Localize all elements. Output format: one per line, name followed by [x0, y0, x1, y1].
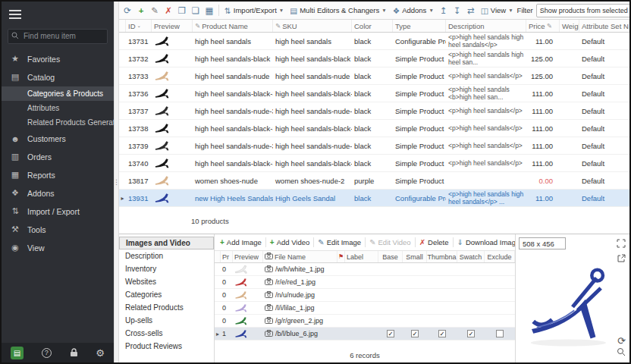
- product-row[interactable]: 13732high heel sandals-blackhigh heel sa…: [119, 50, 629, 67]
- image-row[interactable]: 0/g/r/green_2.jpg: [215, 315, 515, 328]
- product-row[interactable]: ▸13931new High Heels SandalsHigh Geels S…: [119, 190, 629, 207]
- images-column-swatch[interactable]: Swatch: [457, 251, 485, 262]
- images-column-small[interactable]: Small: [403, 251, 427, 262]
- base-checkbox[interactable]: ✓: [387, 330, 394, 337]
- product-row[interactable]: 13733high heel sandals-nudehigh heel san…: [119, 67, 629, 85]
- view-button[interactable]: ◫View▼: [479, 5, 516, 17]
- sidebar-item-import-export[interactable]: ⇅Import / Export: [2, 202, 114, 221]
- image-row[interactable]: 0/l/i/lilac_1.jpg: [215, 302, 515, 315]
- images-column-preview[interactable]: Preview: [233, 251, 263, 262]
- customers-icon: ☻: [10, 134, 20, 143]
- column-header-preview[interactable]: Preview: [152, 20, 193, 32]
- images-column-position[interactable]: Pr: [221, 251, 233, 262]
- expand-rows-icon[interactable]: ↥: [438, 5, 450, 16]
- column-header-type[interactable]: Type: [393, 20, 446, 32]
- sidebar-item-catalog[interactable]: ▤Catalog: [2, 68, 114, 86]
- fullscreen-icon[interactable]: [617, 238, 626, 250]
- store-icon[interactable]: ▤: [11, 347, 24, 359]
- copy-icon[interactable]: ❐: [176, 5, 188, 16]
- tab-cross-sells[interactable]: Cross-sells: [119, 327, 214, 340]
- product-row[interactable]: 13739high heel sandals-nude-37high heel …: [119, 137, 629, 155]
- column-header-weight[interactable]: Weight: [560, 20, 579, 32]
- refresh-icon[interactable]: ⟳: [121, 5, 133, 16]
- sidebar-item-related-products-generator[interactable]: Related Products Generator: [2, 115, 114, 130]
- tab-inventory[interactable]: Inventory: [119, 262, 214, 275]
- image-size-field[interactable]: 508 x 456: [519, 237, 566, 249]
- lock-icon[interactable]: [70, 348, 78, 357]
- images-column-base[interactable]: Base: [378, 251, 403, 262]
- sidebar-item-favorites[interactable]: ★Favorites: [2, 50, 114, 68]
- sidebar-item-customers[interactable]: ☻Customers: [2, 130, 114, 148]
- product-row[interactable]: 13817women shoes-nudewomen shoes-nude-2p…: [119, 172, 629, 190]
- sidebar-item-orders[interactable]: ▥Orders: [2, 148, 114, 166]
- sidebar-item-categories-products[interactable]: Categories & Products: [2, 86, 114, 101]
- chevron-down-icon: ▼: [429, 8, 433, 13]
- add-product-icon[interactable]: +: [135, 6, 147, 15]
- thumbnail-checkbox[interactable]: ✓: [438, 330, 446, 337]
- column-header-price[interactable]: Price✎: [526, 20, 560, 32]
- column-header-sku[interactable]: ✎SKU: [273, 20, 352, 32]
- category-filter-select[interactable]: Show products from selected categories▼: [536, 4, 629, 17]
- product-row[interactable]: 13736high heel sandals-black-36high heel…: [119, 85, 629, 102]
- tab-up-sells[interactable]: Up-sells: [119, 314, 214, 327]
- tab-related-products[interactable]: Related Products: [119, 301, 214, 314]
- images-column-label[interactable]: Label: [345, 251, 378, 262]
- swap-icon[interactable]: ⇄: [465, 5, 477, 16]
- download-image-button[interactable]: ⇓Download Image: [454, 234, 515, 250]
- zoom-icon[interactable]: [617, 347, 626, 359]
- column-header-color[interactable]: Color: [352, 20, 393, 32]
- product-row[interactable]: 13731high heel sandalshigh heel sandalsb…: [119, 33, 629, 50]
- images-column-thumbnail[interactable]: Thumbna: [427, 251, 457, 262]
- columns-icon[interactable]: ▦: [203, 5, 215, 16]
- hamburger-menu-icon[interactable]: [2, 2, 114, 24]
- rotate-icon[interactable]: ⟳: [617, 336, 626, 346]
- product-row[interactable]: 13738high heel sandals-black-37high heel…: [119, 120, 629, 137]
- images-column-exclude[interactable]: Exclude: [485, 251, 515, 262]
- images-column-flag[interactable]: ⚑: [337, 251, 345, 262]
- sidebar-item-view[interactable]: ◉View: [2, 239, 114, 257]
- image-file-name: /g/r/green_2.jpg: [263, 317, 337, 325]
- collapse-rows-icon[interactable]: ↧: [451, 5, 463, 16]
- product-row[interactable]: 13737high heel sandals-nude-36high heel …: [119, 102, 629, 120]
- column-header-attribute-set[interactable]: Attribute Set Name: [579, 20, 629, 32]
- sidebar-item-attributes[interactable]: Attributes: [2, 101, 114, 115]
- multi-editors-button[interactable]: ▤Multi Editors & Changers▼: [287, 5, 388, 17]
- images-column-file-name[interactable]: File Name: [263, 251, 337, 262]
- image-row[interactable]: 0/r/e/red_1.jpg: [215, 276, 515, 289]
- column-header-id[interactable]: ID⌄: [126, 20, 152, 32]
- image-row[interactable]: 0/w/h/white_1.jpg: [215, 263, 515, 276]
- delete-image-button[interactable]: ✗Delete: [416, 234, 453, 250]
- edit-video-button[interactable]: ✎Edit Video: [366, 234, 415, 250]
- header-gutter: [119, 20, 126, 32]
- search-input[interactable]: [8, 29, 108, 44]
- product-row[interactable]: 13740high heel sandals-black-38high heel…: [119, 155, 629, 172]
- tab-categories[interactable]: Categories: [119, 288, 214, 301]
- edit-product-icon[interactable]: ✎: [149, 5, 161, 16]
- column-header-product-name[interactable]: ✎Product Name: [193, 20, 273, 32]
- shoe-thumbnail: [154, 196, 172, 205]
- sidebar-item-reports[interactable]: ▦Reports: [2, 166, 114, 184]
- add-video-button[interactable]: +Add Video: [266, 234, 314, 250]
- gear-icon[interactable]: ⚙: [96, 347, 105, 359]
- image-row[interactable]: 0/n/u/nude.jpg: [215, 289, 515, 302]
- swatch-checkbox[interactable]: ✓: [467, 330, 475, 337]
- small-checkbox[interactable]: ✓: [411, 330, 419, 337]
- paste-icon[interactable]: ❏: [190, 5, 202, 16]
- delete-product-icon[interactable]: ✗: [162, 5, 174, 16]
- sidebar-item-addons[interactable]: ❖Addons: [2, 184, 114, 202]
- edit-image-button[interactable]: ✎Edit Image: [314, 234, 365, 250]
- tab-product-reviews[interactable]: Product Reviews: [119, 340, 214, 353]
- image-row[interactable]: ▸1/b/l/blue_6.jpg✓✓✓✓: [215, 328, 515, 340]
- tab-images-and-video[interactable]: Images and Video: [119, 237, 214, 249]
- add-image-button[interactable]: +Add Image: [216, 234, 265, 250]
- help-icon[interactable]: ?: [42, 348, 52, 358]
- column-header-description[interactable]: Description: [446, 20, 526, 32]
- addons-button[interactable]: ❖Addons▼: [391, 5, 436, 17]
- import-export-button[interactable]: ⇅Import/Export▼: [222, 5, 286, 17]
- exclude-checkbox[interactable]: [496, 330, 504, 337]
- sidebar-item-tools[interactable]: ⚒Tools: [2, 221, 114, 239]
- product-detail-tabs: Images and VideoDescriptionInventoryWebs…: [119, 234, 215, 362]
- panel-splitter[interactable]: ⋮: [114, 2, 119, 362]
- tab-websites[interactable]: Websites: [119, 275, 214, 288]
- tab-description[interactable]: Description: [119, 249, 214, 262]
